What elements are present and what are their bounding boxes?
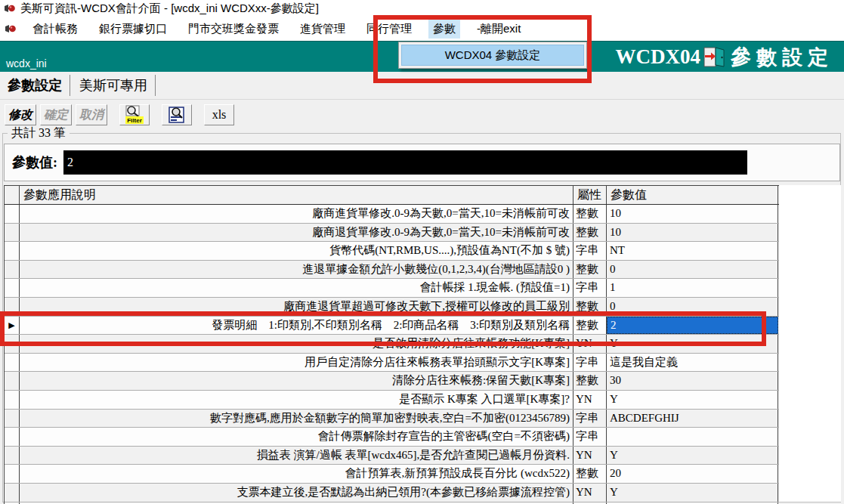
grid-magnifier-icon bbox=[168, 106, 186, 124]
row-attribute-cell: 整數 bbox=[573, 298, 607, 316]
row-value-cell[interactable]: 0 bbox=[607, 261, 778, 279]
row-selector-cell bbox=[5, 354, 20, 372]
row-value-cell[interactable]: 30 bbox=[607, 372, 778, 390]
row-attribute-cell: 整數 bbox=[573, 317, 607, 335]
table-row[interactable]: 進退單據金額允許小數幾位(0,1,2,3,4)(台灣地區請設0 ) 整數 0 bbox=[5, 261, 779, 280]
row-description-cell: 支票本建立後,是否默認為出納已領用?(本參數已移給票據流程控管) bbox=[20, 484, 573, 502]
menu-item-parameters[interactable]: 參數 bbox=[428, 20, 460, 39]
menu-item-accounting[interactable]: 會計帳務 bbox=[28, 20, 82, 39]
row-value-cell[interactable]: 10 bbox=[607, 224, 778, 242]
table-row[interactable]: 廠商退貨單修改.0-9為天數,0=當天,10=未消帳前可改 整數 10 bbox=[5, 224, 779, 243]
row-description-cell: 進退單據金額允許小數幾位(0,1,2,3,4)(台灣地區請設0 ) bbox=[20, 261, 573, 279]
table-row[interactable]: 損益表 演算/過帳 表單[wcdx465],是否允許查閱已過帳月份資料. YN … bbox=[5, 447, 779, 465]
column-header-attribute: 屬性 bbox=[573, 186, 607, 204]
row-description-cell: 清除分店往來帳務:保留天數[K專案] bbox=[20, 372, 573, 390]
table-row[interactable]: 貨幣代碼(NT,RMB,US....),預設值為NT(不加 $ 號) 字串 NT bbox=[5, 242, 779, 261]
row-value-cell[interactable]: 1 bbox=[607, 279, 778, 297]
row-selector-cell bbox=[5, 224, 20, 242]
door-exit-icon[interactable] bbox=[703, 47, 726, 67]
param-value-label: 參數值: bbox=[12, 153, 57, 172]
row-attribute-cell: 字串 bbox=[573, 354, 607, 372]
menu-item-purchase[interactable]: 進貨管理 bbox=[295, 20, 350, 39]
row-value-cell[interactable]: 20 bbox=[607, 465, 778, 483]
form-title-code: WCDX04 bbox=[616, 45, 701, 69]
confirm-button[interactable]: 確定 bbox=[40, 104, 72, 125]
menu-item-bank-notes[interactable]: 銀行票據切口 bbox=[94, 20, 172, 39]
row-value-cell[interactable] bbox=[607, 428, 778, 446]
export-xls-button[interactable]: xls bbox=[204, 104, 234, 125]
row-selector-cell bbox=[5, 242, 20, 260]
tab-strip: 參數設定 美斯可專用 bbox=[0, 72, 844, 99]
form-title: WCDX04 參數設定 bbox=[616, 42, 834, 73]
row-value-cell[interactable]: 2 bbox=[607, 317, 778, 335]
row-attribute-cell: 整數 bbox=[573, 465, 607, 483]
row-value-cell[interactable]: 這是我自定義 bbox=[607, 354, 778, 372]
table-row[interactable]: 是否啟用清除分店往來帳務功能[K專案] YN Y bbox=[5, 335, 779, 354]
row-attribute-cell: YN bbox=[573, 391, 607, 409]
table-row[interactable]: 廠商進貨單修改.0-9為天數,0=當天,10=未消帳前可改 整數 10 bbox=[5, 205, 779, 224]
row-selector-cell bbox=[5, 261, 20, 279]
row-value-cell[interactable]: Y bbox=[607, 335, 778, 353]
svg-text:Filter: Filter bbox=[127, 117, 142, 124]
table-row[interactable]: 廠商進退貨單超過可修改天數下,授權可以修改的員工級別 整數 0 bbox=[5, 298, 779, 317]
form-id-label: wcdx_ini bbox=[6, 57, 47, 70]
row-value-cell[interactable]: 0 bbox=[607, 298, 778, 316]
row-description-cell: 廠商退貨單修改.0-9為天數,0=當天,10=未消帳前可改 bbox=[20, 224, 573, 242]
row-selector-cell: ▶ bbox=[5, 317, 20, 335]
row-selector-cell bbox=[5, 410, 20, 428]
row-value-cell[interactable]: Y bbox=[607, 484, 778, 502]
row-value-cell[interactable]: NT bbox=[607, 242, 778, 260]
form-title-text: 參數設定 bbox=[731, 44, 833, 71]
tab-misco-dedicated[interactable]: 美斯可專用 bbox=[78, 75, 156, 96]
row-description-cell: 會計預算表,新預算預設成長百分比 (wcdx522) bbox=[20, 465, 573, 483]
dropdown-item-wcdx04[interactable]: WCDX04 參數設定 bbox=[401, 45, 584, 66]
row-value-cell[interactable]: ABCDEFGHIJ bbox=[607, 410, 778, 428]
table-row[interactable]: 支票本建立後,是否默認為出納已領用?(本參數已移給票據流程控管) YN Y bbox=[5, 484, 779, 502]
filter-button[interactable]: Filter bbox=[119, 104, 150, 125]
row-value-cell[interactable]: Y bbox=[607, 447, 778, 465]
table-row[interactable]: 會計傳票解除封存宣告的主管密碼(空白=不須密碼) 字串 bbox=[5, 428, 779, 447]
row-selector-cell bbox=[5, 447, 20, 465]
row-description-cell: 是否顯示 K專案 入口選單[K專案]? bbox=[20, 391, 573, 409]
table-row[interactable]: 用戶自定清除分店往來帳務表單抬頭顯示文字[K專案] 字串 這是我自定義 bbox=[5, 354, 779, 373]
app-icon bbox=[4, 3, 15, 14]
param-value-input[interactable]: 2 bbox=[63, 150, 747, 175]
row-description-cell: 會計傳票解除封存宣告的主管密碼(空白=不須密碼) bbox=[20, 428, 573, 446]
table-row[interactable]: 是否顯示 K專案 入口選單[K專案]? YN Y bbox=[5, 391, 779, 410]
row-selector-cell bbox=[5, 372, 20, 390]
row-attribute-cell: 字串 bbox=[573, 410, 607, 428]
table-row[interactable]: 清除分店往來帳務:保留天數[K專案] 整數 30 bbox=[5, 372, 779, 391]
menu-bar: 會計帳務 銀行票據切口 門市交班獎金發票 進貨管理 同行管理 參數 -離開exi… bbox=[0, 17, 844, 41]
tab-parameter-settings[interactable]: 參數設定 bbox=[6, 75, 70, 96]
table-row[interactable]: 會計帳採 1.現金帳. (預設值=1) 字串 1 bbox=[5, 279, 779, 298]
row-selector-cell bbox=[5, 428, 20, 446]
column-header-value: 參數值 bbox=[607, 186, 778, 204]
row-description-cell: 發票明細 1:印類別,不印類別名稱 2:印商品名稱 3:印類別及類別名稱 bbox=[20, 317, 573, 335]
menu-item-peer-mgmt[interactable]: 同行管理 bbox=[362, 20, 416, 39]
row-description-cell: 廠商進退貨單超過可修改天數下,授權可以修改的員工級別 bbox=[20, 298, 573, 316]
modify-button[interactable]: 修改 bbox=[5, 104, 36, 125]
cancel-button[interactable]: 取消 bbox=[76, 104, 107, 125]
row-selector-cell bbox=[5, 335, 20, 353]
row-attribute-cell: 字串 bbox=[573, 279, 607, 297]
row-description-cell: 損益表 演算/過帳 表單[wcdx465],是否允許查閱已過帳月份資料. bbox=[20, 447, 573, 465]
row-selector-cell bbox=[5, 298, 20, 316]
table-row[interactable]: 數字對應碼,應用於金額數字的簡單加密對映表,空白=不加密(0123456789)… bbox=[5, 410, 779, 428]
table-row[interactable]: ▶ 發票明細 1:印類別,不印類別名稱 2:印商品名稱 3:印類別及類別名稱 整… bbox=[5, 317, 779, 335]
parameters-dropdown: WCDX04 參數設定 bbox=[398, 42, 587, 69]
row-value-cell[interactable]: Y bbox=[607, 391, 778, 409]
row-value-cell[interactable]: 10 bbox=[607, 205, 778, 223]
row-description-cell: 數字對應碼,應用於金額數字的簡單加密對映表,空白=不加密(0123456789) bbox=[20, 410, 573, 428]
mdi-child-icon bbox=[5, 23, 16, 34]
preview-button[interactable] bbox=[162, 104, 192, 125]
table-body: 廠商進貨單修改.0-9為天數,0=當天,10=未消帳前可改 整數 10 廠商退貨… bbox=[5, 205, 779, 504]
menu-item-store-shift[interactable]: 門市交班獎金發票 bbox=[184, 20, 283, 39]
menu-item-exit[interactable]: -離開exit bbox=[472, 20, 525, 39]
row-description-cell: 會計帳採 1.現金帳. (預設值=1) bbox=[20, 279, 573, 297]
row-attribute-cell: YN bbox=[573, 447, 607, 465]
row-description-cell: 用戶自定清除分店往來帳務表單抬頭顯示文字[K專案] bbox=[20, 354, 573, 372]
title-bar: 美斯可資訊-WCDX會計介面 - [wcdx_ini WCDXxx-參數設定] bbox=[0, 0, 844, 17]
table-row[interactable]: 會計預算表,新預算預設成長百分比 (wcdx522) 整數 20 bbox=[5, 465, 779, 484]
column-header-description: 參數應用說明 bbox=[20, 186, 573, 204]
row-description-cell: 是否啟用清除分店往來帳務功能[K專案] bbox=[20, 335, 573, 353]
